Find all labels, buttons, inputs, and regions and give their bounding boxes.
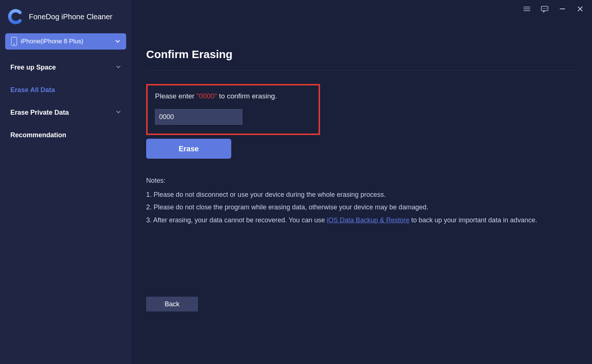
confirm-code-input[interactable] [155, 109, 242, 125]
sidebar: FoneDog iPhone Cleaner iPhone(iPhone 8 P… [0, 0, 131, 364]
back-button[interactable]: Back [146, 297, 198, 311]
sidebar-item-label: Erase All Data [10, 86, 55, 94]
note-1: 1. Please do not disconnect or use your … [146, 188, 577, 201]
notes-title: Notes: [146, 174, 577, 187]
menu-icon[interactable] [522, 4, 531, 13]
close-button[interactable] [576, 4, 585, 13]
note-3: 3. After erasing, your data cannot be re… [146, 214, 577, 226]
page-title: Confirm Erasing [146, 48, 577, 71]
sidebar-item-erase-all-data[interactable]: Erase All Data [0, 79, 131, 101]
app-title: FoneDog iPhone Cleaner [29, 13, 112, 21]
feedback-icon[interactable] [540, 4, 549, 13]
chevron-down-icon [116, 64, 121, 71]
app-window: FoneDog iPhone Cleaner iPhone(iPhone 8 P… [0, 0, 592, 364]
device-selector[interactable]: iPhone(iPhone 8 Plus) [5, 33, 126, 50]
minimize-button[interactable] [558, 4, 567, 13]
note-3-post: to back up your important data in advanc… [409, 216, 537, 224]
sidebar-item-label: Recommendation [10, 131, 66, 139]
app-logo-icon [7, 9, 23, 24]
chevron-down-icon [116, 109, 121, 117]
svg-point-1 [543, 8, 544, 9]
instruction-suffix: to confirm erasing. [217, 92, 277, 100]
backup-restore-link[interactable]: iOS Data Backup & Restore [327, 216, 409, 224]
device-label: iPhone(iPhone 8 Plus) [21, 38, 83, 45]
svg-point-2 [544, 8, 545, 9]
sidebar-item-free-up-space[interactable]: Free up Space [0, 56, 131, 79]
sidebar-item-label: Free up Space [10, 64, 56, 71]
instruction-prefix: Please enter [155, 92, 196, 100]
main-content: Confirm Erasing Please enter "0000" to c… [131, 0, 592, 364]
brand: FoneDog iPhone Cleaner [0, 4, 131, 33]
phone-icon [11, 37, 17, 46]
confirm-highlight-box: Please enter "0000" to confirm erasing. [146, 84, 320, 135]
note-3-pre: 3. After erasing, your data cannot be re… [146, 216, 327, 224]
notes-section: Notes: 1. Please do not disconnect or us… [146, 174, 577, 226]
instruction-code: "0000" [196, 92, 217, 100]
sidebar-nav: Free up Space Erase All Data Erase Priva… [0, 56, 131, 146]
svg-point-3 [546, 8, 546, 9]
sidebar-item-recommendation[interactable]: Recommendation [0, 124, 131, 146]
sidebar-item-erase-private-data[interactable]: Erase Private Data [0, 101, 131, 124]
note-2: 2. Please do not close the program while… [146, 201, 577, 213]
erase-button[interactable]: Erase [146, 139, 231, 159]
window-controls [522, 4, 585, 13]
confirm-instruction: Please enter "0000" to confirm erasing. [155, 92, 311, 100]
sidebar-item-label: Erase Private Data [10, 109, 69, 117]
chevron-down-icon [115, 39, 120, 44]
device-selector-left: iPhone(iPhone 8 Plus) [11, 37, 83, 46]
